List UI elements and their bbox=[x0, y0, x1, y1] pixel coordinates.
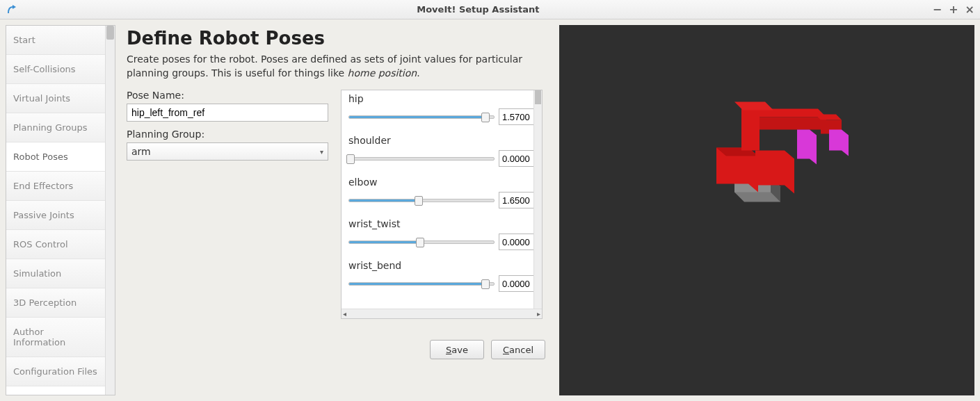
joint-value-hip[interactable] bbox=[499, 108, 538, 125]
button-row: Save Cancel bbox=[127, 340, 552, 359]
sidebar-item-planning-groups[interactable]: Planning Groups bbox=[6, 113, 105, 142]
sidebar-item-start[interactable]: Start bbox=[6, 26, 105, 55]
planning-group-label: Planning Group: bbox=[127, 129, 328, 140]
window-title: MoveIt! Setup Assistant bbox=[24, 4, 933, 15]
minimize-icon[interactable]: − bbox=[933, 3, 942, 16]
pose-name-label: Pose Name: bbox=[127, 90, 328, 101]
joints-vertical-scrollbar[interactable] bbox=[533, 90, 542, 309]
main-layout: StartSelf-CollisionsVirtual JointsPlanni… bbox=[0, 19, 980, 401]
window-controls: − + × bbox=[933, 3, 974, 16]
svg-marker-7 bbox=[785, 150, 794, 193]
joint-label: hip bbox=[348, 93, 538, 104]
sidebar-item-author-information[interactable]: Author Information bbox=[6, 318, 105, 357]
scroll-left-icon[interactable]: ◂ bbox=[343, 310, 346, 318]
sidebar-item-passive-joints[interactable]: Passive Joints bbox=[6, 201, 105, 230]
planning-group-select[interactable]: arm ▾ bbox=[127, 142, 328, 161]
joint-slider-hip[interactable] bbox=[348, 112, 495, 122]
joint-label: shoulder bbox=[348, 135, 538, 146]
joint-value-elbow[interactable] bbox=[499, 192, 538, 208]
svg-marker-17 bbox=[829, 129, 842, 150]
3d-viewer[interactable] bbox=[559, 25, 974, 395]
titlebar: MoveIt! Setup Assistant − + × bbox=[0, 0, 980, 19]
svg-marker-10 bbox=[750, 117, 826, 129]
joint-slider-elbow[interactable] bbox=[348, 195, 495, 205]
joint-hip: hip bbox=[348, 93, 538, 125]
joint-label: wrist_bend bbox=[348, 260, 538, 271]
close-icon[interactable]: × bbox=[965, 3, 974, 16]
joint-label: elbow bbox=[348, 177, 538, 188]
scroll-right-icon[interactable]: ▸ bbox=[537, 310, 540, 318]
svg-marker-16 bbox=[810, 129, 817, 164]
app-logo-icon bbox=[6, 3, 18, 16]
chevron-down-icon: ▾ bbox=[320, 148, 323, 156]
joint-elbow: elbow bbox=[348, 177, 538, 208]
svg-marker-11 bbox=[741, 108, 760, 150]
sidebar-item-configuration-files[interactable]: Configuration Files bbox=[6, 357, 105, 386]
sidebar-item-robot-poses[interactable]: Robot Poses bbox=[6, 142, 105, 172]
sidebar-item-simulation[interactable]: Simulation bbox=[6, 259, 105, 288]
maximize-icon[interactable]: + bbox=[949, 3, 958, 16]
joint-slider-wrist_twist[interactable] bbox=[348, 237, 495, 247]
page-description: Create poses for the robot. Poses are de… bbox=[127, 53, 537, 80]
page-heading: Define Robot Poses bbox=[127, 28, 552, 49]
cancel-button[interactable]: Cancel bbox=[491, 340, 545, 359]
svg-marker-6 bbox=[755, 150, 785, 185]
joint-wrist_bend: wrist_bend bbox=[348, 260, 538, 292]
svg-marker-12 bbox=[734, 101, 773, 110]
joint-slider-shoulder[interactable] bbox=[348, 154, 495, 163]
joint-label: wrist_twist bbox=[348, 218, 538, 229]
pose-name-input[interactable] bbox=[127, 104, 328, 122]
joint-value-shoulder[interactable] bbox=[499, 150, 538, 167]
joints-panel: hipshoulderelbowwrist_twistwrist_bend ◂ … bbox=[341, 90, 543, 319]
svg-marker-15 bbox=[797, 129, 810, 158]
sidebar-item-end-effectors[interactable]: End Effectors bbox=[6, 172, 105, 201]
save-button[interactable]: Save bbox=[430, 340, 484, 359]
joint-wrist_twist: wrist_twist bbox=[348, 218, 538, 250]
sidebar-item-3d-perception[interactable]: 3D Perception bbox=[6, 288, 105, 318]
sidebar-scrollbar[interactable] bbox=[105, 26, 115, 395]
left-form-column: Pose Name: Planning Group: arm ▾ bbox=[127, 90, 328, 319]
sidebar-item-self-collisions[interactable]: Self-Collisions bbox=[6, 55, 105, 84]
svg-marker-18 bbox=[842, 129, 849, 156]
joints-horizontal-scrollbar[interactable]: ◂ ▸ bbox=[342, 309, 542, 318]
joint-value-wrist_twist[interactable] bbox=[499, 234, 538, 250]
joint-shoulder: shoulder bbox=[348, 135, 538, 167]
form-area: Define Robot Poses Create poses for the … bbox=[121, 25, 552, 395]
sidebar-item-virtual-joints[interactable]: Virtual Joints bbox=[6, 84, 105, 113]
joint-value-wrist_bend[interactable] bbox=[499, 275, 538, 292]
joint-slider-wrist_bend[interactable] bbox=[348, 279, 495, 288]
sidebar-item-ros-control[interactable]: ROS Control bbox=[6, 230, 105, 259]
sidebar: StartSelf-CollisionsVirtual JointsPlanni… bbox=[6, 25, 115, 395]
content-area: Define Robot Poses Create poses for the … bbox=[121, 25, 974, 395]
robot-visualization bbox=[693, 81, 874, 236]
